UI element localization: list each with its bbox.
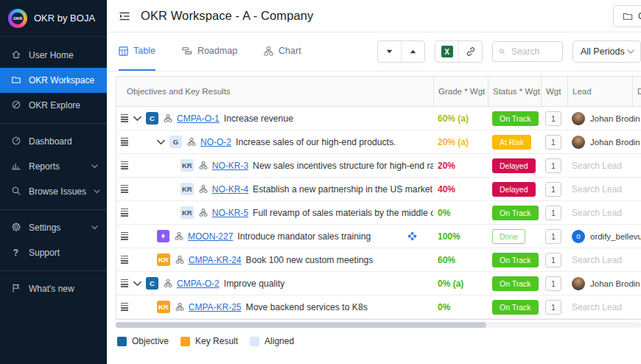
- lead-search-field[interactable]: Search Lead: [572, 208, 622, 218]
- drag-handle-icon[interactable]: [121, 256, 128, 265]
- column-header-wgt[interactable]: Wgt: [541, 77, 567, 106]
- weight-field[interactable]: 1: [545, 135, 561, 150]
- status-badge[interactable]: Done: [492, 229, 525, 244]
- lead-cell[interactable]: oordify_bellevue: [567, 225, 632, 248]
- sidebar-item-settings[interactable]: Settings: [0, 215, 107, 240]
- table-row[interactable]: CCMPA-O-1Increase revenue60% (a)On Track…: [116, 107, 641, 130]
- tab-table[interactable]: Table: [119, 32, 155, 71]
- weight-field[interactable]: 1: [545, 111, 561, 126]
- sidebar-toggle-button[interactable]: [118, 10, 131, 23]
- status-badge[interactable]: On Track: [492, 253, 539, 267]
- lead-cell[interactable]: Search Lead: [567, 295, 632, 318]
- status-badge[interactable]: At Risk: [492, 135, 531, 150]
- search-box[interactable]: [492, 41, 563, 62]
- weight-field[interactable]: 1: [545, 182, 561, 197]
- lead-cell[interactable]: Johan Brodin: [567, 272, 632, 295]
- hierarchy-icon[interactable]: [164, 114, 172, 122]
- table-row[interactable]: MOON-227Introduce mandator sales trainin…: [116, 225, 641, 248]
- table-row[interactable]: KRNO-KR-3New sales incentives structure …: [116, 154, 641, 178]
- issue-key-link[interactable]: CMPA-O-2: [177, 279, 220, 289]
- drag-handle-icon[interactable]: [121, 232, 128, 241]
- sidebar-item-user-home[interactable]: User Home: [0, 43, 107, 68]
- search-input[interactable]: [510, 46, 556, 57]
- issue-key-link[interactable]: CMPA-KR-24: [189, 255, 242, 265]
- weight-field[interactable]: 1: [545, 300, 561, 315]
- issue-key-link[interactable]: NO-KR-4: [212, 184, 248, 195]
- issue-key-link[interactable]: CMPA-O-1: [177, 113, 220, 124]
- hierarchy-icon[interactable]: [199, 161, 208, 169]
- lead-search-field[interactable]: Search Lead: [572, 255, 622, 265]
- issue-key-link[interactable]: CMPA-KR-25: [189, 302, 242, 312]
- weight-field[interactable]: 1: [545, 206, 561, 220]
- status-badge[interactable]: On Track: [492, 206, 539, 220]
- column-header-grade[interactable]: Grade * Wgt: [433, 77, 488, 106]
- tab-chart[interactable]: Chart: [264, 32, 301, 71]
- weight-field[interactable]: 1: [545, 253, 561, 267]
- period-filter-select[interactable]: All Periods: [572, 41, 641, 63]
- lead-cell[interactable]: Johan Brodin: [567, 130, 632, 153]
- sidebar-item-reports[interactable]: Reports: [0, 154, 107, 179]
- lead-cell[interactable]: Johan Brodin: [567, 107, 632, 130]
- drag-handle-icon[interactable]: [121, 303, 128, 312]
- table-row[interactable]: KRCMPA-KR-24Book 100 new custom meetings…: [116, 248, 641, 272]
- status-badge[interactable]: Delayed: [492, 182, 536, 197]
- sidebar-item-what-s-new[interactable]: What's new: [0, 276, 107, 301]
- hierarchy-icon[interactable]: [164, 279, 172, 287]
- sidebar-item-dashboard[interactable]: Dashboard: [0, 129, 107, 154]
- lead-cell[interactable]: Search Lead: [567, 201, 632, 224]
- sidebar-item-browse-issues[interactable]: Browse Issues: [0, 179, 107, 204]
- sidebar-item-okr-explore[interactable]: OKR Explore: [0, 93, 107, 118]
- column-header-objectives[interactable]: Objectives and Key Results: [116, 77, 433, 106]
- sidebar-item-support[interactable]: ?Support: [0, 240, 107, 265]
- table-row[interactable]: KRNO-KR-5Full revamp of sales materials …: [116, 201, 641, 225]
- chevron-down-icon[interactable]: [157, 139, 169, 145]
- horizontal-scrollbar-track[interactable]: [116, 322, 641, 328]
- chevron-down-icon[interactable]: [133, 116, 146, 122]
- expand-all-button[interactable]: [401, 41, 424, 62]
- copy-link-button[interactable]: [458, 41, 482, 62]
- lead-cell[interactable]: Search Lead: [567, 178, 632, 200]
- drag-handle-icon[interactable]: [121, 279, 128, 288]
- status-badge[interactable]: Delayed: [492, 158, 536, 173]
- drag-handle-icon[interactable]: [121, 138, 128, 147]
- issue-key-link[interactable]: NO-O-2: [200, 137, 231, 147]
- table-row[interactable]: GNO-O-2Increase sales of our high-end pr…: [116, 130, 641, 154]
- issue-key-link[interactable]: NO-KR-5: [212, 208, 248, 218]
- lead-search-field[interactable]: Search Lead: [572, 161, 622, 171]
- column-header-lead[interactable]: Lead: [567, 77, 632, 106]
- workspace-button[interactable]: OK: [613, 5, 641, 27]
- hierarchy-icon[interactable]: [199, 209, 208, 217]
- weight-field[interactable]: 1: [545, 276, 561, 291]
- table-row[interactable]: CCMPA-O-2Improve quality0% (a)On Track1J…: [116, 272, 641, 295]
- status-badge[interactable]: On Track: [492, 300, 539, 315]
- horizontal-scrollbar-thumb[interactable]: [116, 322, 486, 328]
- lead-search-field[interactable]: Search Lead: [572, 184, 622, 195]
- table-row[interactable]: KRNO-KR-4Establish a new partnership in …: [116, 178, 641, 201]
- status-badge[interactable]: On Track: [492, 111, 539, 126]
- drag-handle-icon[interactable]: [121, 114, 128, 123]
- lead-search-field[interactable]: Search Lead: [572, 302, 622, 312]
- chevron-down-icon[interactable]: [133, 281, 146, 287]
- table-row[interactable]: KRCMPA-KR-25Move backend services to K8s…: [116, 295, 641, 319]
- hierarchy-icon[interactable]: [175, 232, 183, 240]
- issue-key-link[interactable]: MOON-227: [188, 231, 233, 242]
- issue-key-link[interactable]: NO-KR-3: [212, 161, 248, 171]
- weight-field[interactable]: 1: [545, 158, 561, 173]
- hierarchy-icon[interactable]: [187, 138, 196, 146]
- export-excel-button[interactable]: X: [435, 41, 458, 62]
- drag-handle-icon[interactable]: [121, 209, 128, 217]
- lead-cell[interactable]: Search Lead: [567, 154, 632, 177]
- collapse-all-button[interactable]: [378, 41, 401, 62]
- column-header-due[interactable]: D: [632, 77, 641, 106]
- column-header-status[interactable]: Status * Wgt: [488, 77, 541, 106]
- hierarchy-icon[interactable]: [175, 256, 184, 264]
- tab-roadmap[interactable]: Roadmap: [182, 32, 237, 71]
- weight-field[interactable]: 1: [545, 229, 561, 244]
- sidebar-item-okr-workspace[interactable]: OKR Workspace: [0, 68, 107, 93]
- drag-handle-icon[interactable]: [121, 161, 128, 170]
- status-badge[interactable]: On Track: [492, 276, 539, 291]
- hierarchy-icon[interactable]: [199, 185, 208, 193]
- lead-cell[interactable]: Search Lead: [567, 248, 632, 271]
- drag-handle-icon[interactable]: [121, 185, 128, 194]
- hierarchy-icon[interactable]: [175, 303, 184, 311]
